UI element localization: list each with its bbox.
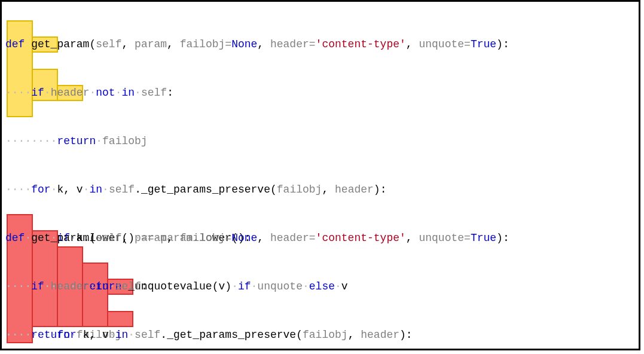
- code-snippet-2: def get_param(self, param, failobj=None,…: [5, 198, 509, 350]
- code-line: def get_param(self, param, failobj=None,…: [5, 36, 509, 53]
- kw-def: def: [5, 38, 25, 50]
- fn-name: get_param: [25, 38, 89, 50]
- code-line: def get_param(self, param, failobj=None,…: [5, 230, 509, 246]
- code-line: ········return·failobj: [5, 133, 509, 149]
- code-line: ····if·header·in·self:: [5, 279, 509, 295]
- code-line: ····for·k, v·in·self._get_params_preserv…: [5, 182, 509, 198]
- code-line: ····if·header·not·in·self:: [5, 85, 509, 101]
- code-line: ········for·k, v·in·self._get_params_pre…: [5, 327, 509, 343]
- code-comparison-frame: def get_param(self, param, failobj=None,…: [0, 0, 640, 350]
